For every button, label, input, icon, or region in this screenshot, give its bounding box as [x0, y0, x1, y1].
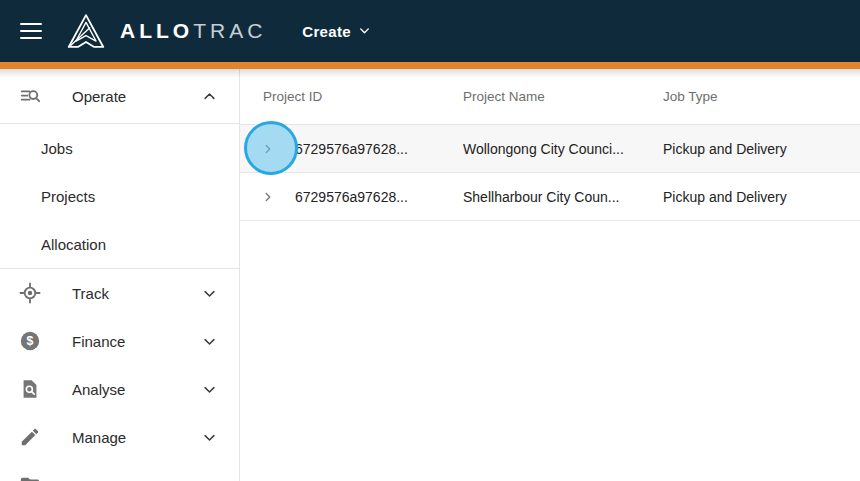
sidebar-item-track[interactable]: Track: [0, 269, 239, 317]
sidebar-subitem-label: Projects: [41, 188, 95, 205]
sidebar-item-allocation[interactable]: Allocation: [0, 220, 239, 268]
sidebar-nav: Operate Jobs Projects Allocation: [0, 69, 240, 481]
brand-wordmark: ALLOTRAC: [120, 19, 266, 43]
sidebar-item-label: Manage: [72, 429, 202, 446]
sidebar-subitem-label: Jobs: [41, 140, 73, 157]
top-navbar: ALLOTRAC Create: [0, 0, 860, 62]
chevron-up-icon: [202, 89, 217, 104]
allotrac-triangle-logo-icon: [66, 13, 106, 50]
sidebar-subitem-label: Allocation: [41, 236, 106, 253]
sidebar-item-label: Operate: [72, 88, 202, 105]
svg-text:$: $: [27, 334, 34, 348]
sidebar-item-analyse[interactable]: Analyse: [0, 365, 239, 413]
cell-project-id: 6729576a97628...: [295, 189, 463, 205]
create-dropdown-button[interactable]: Create: [302, 23, 371, 40]
allotrac-app-window: ALLOTRAC Create Ope: [0, 0, 860, 481]
column-header-project-name[interactable]: Project Name: [463, 89, 663, 104]
table-header-row: Project ID Project Name Job Type: [240, 69, 860, 125]
chevron-down-icon: [358, 23, 371, 40]
table-row[interactable]: 6729576a97628... Shellharbour City Coun.…: [240, 173, 860, 221]
cell-project-name: Shellharbour City Coun...: [463, 189, 663, 205]
sidebar-item-manage[interactable]: Manage: [0, 413, 239, 461]
cell-job-type: Pickup and Delivery: [663, 189, 860, 205]
orange-accent-bar: [0, 62, 860, 69]
sidebar-item-operate[interactable]: Operate: [0, 69, 239, 123]
location-target-icon: [18, 282, 42, 304]
sidebar-item-partial[interactable]: [0, 461, 239, 481]
column-header-job-type[interactable]: Job Type: [663, 89, 860, 104]
row-expand-chevron-icon[interactable]: [240, 190, 295, 204]
sidebar-item-finance[interactable]: $ Finance: [0, 317, 239, 365]
folder-icon: [18, 474, 42, 481]
sidebar-item-label: Track: [72, 285, 202, 302]
sidebar-item-label: Analyse: [72, 381, 202, 398]
sidebar-item-label: Finance: [72, 333, 202, 350]
search-list-icon: [18, 85, 42, 107]
dollar-circle-icon: $: [18, 330, 42, 352]
chevron-down-icon: [202, 430, 217, 445]
pencil-icon: [18, 426, 42, 448]
sidebar-item-jobs[interactable]: Jobs: [0, 124, 239, 172]
brand-wordmark-light: TRAC: [193, 19, 266, 42]
row-expand-chevron-icon[interactable]: [240, 142, 295, 156]
cell-job-type: Pickup and Delivery: [663, 141, 860, 157]
chevron-down-icon: [202, 286, 217, 301]
create-dropdown-label: Create: [302, 23, 351, 40]
hamburger-menu-icon[interactable]: [20, 18, 42, 44]
brand-wordmark-bold: ALLO: [120, 19, 193, 42]
cell-project-name: Wollongong City Counci...: [463, 141, 663, 157]
projects-table: Project ID Project Name Job Type 6729576…: [240, 69, 860, 481]
chevron-down-icon: [202, 382, 217, 397]
chevron-down-icon: [202, 334, 217, 349]
table-row[interactable]: 6729576a97628... Wollongong City Counci.…: [240, 125, 860, 173]
cell-project-id: 6729576a97628...: [295, 141, 463, 157]
sidebar-item-projects[interactable]: Projects: [0, 172, 239, 220]
document-search-icon: [18, 378, 42, 400]
column-header-project-id[interactable]: Project ID: [240, 89, 463, 104]
